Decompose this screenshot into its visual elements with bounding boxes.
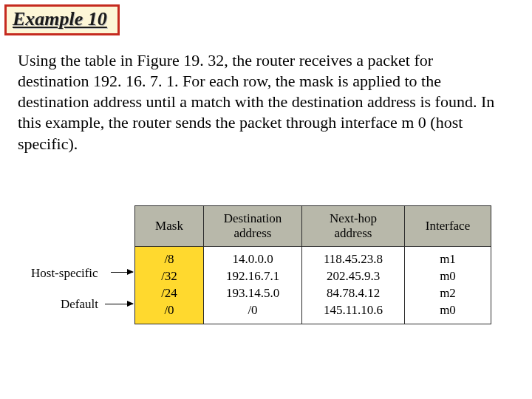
annotation-default: Default xyxy=(61,297,98,312)
header-interface: Interface xyxy=(405,206,491,247)
mask-value: /0 xyxy=(135,302,203,319)
mask-value: /8 xyxy=(135,251,203,268)
mask-value: /32 xyxy=(135,268,203,285)
dest-value: 192.16.7.1 xyxy=(204,268,301,285)
cell-interface: m1 m0 m2 m0 xyxy=(405,247,491,324)
dest-value: 193.14.5.0 xyxy=(204,285,301,302)
routing-table: Mask Destination address Next-hop addres… xyxy=(134,205,491,324)
header-mask: Mask xyxy=(135,206,204,247)
nhop-value: 202.45.9.3 xyxy=(302,268,404,285)
dest-value: 14.0.0.0 xyxy=(204,251,301,268)
iface-value: m0 xyxy=(405,302,491,319)
slide: Example 10 Using the table in Figure 19.… xyxy=(0,0,532,399)
body-paragraph: Using the table in Figure 19. 32, the ro… xyxy=(18,50,504,154)
cell-next-hop: 118.45.23.8 202.45.9.3 84.78.4.12 145.11… xyxy=(302,247,405,324)
header-dest: Destination address xyxy=(204,206,302,247)
iface-value: m1 xyxy=(405,251,491,268)
table-data-row: /8 /32 /24 /0 14.0.0.0 192.16.7.1 193.14… xyxy=(135,247,491,324)
arrow-default xyxy=(105,304,133,304)
iface-value: m2 xyxy=(405,285,491,302)
mask-value: /24 xyxy=(135,285,203,302)
dest-value: /0 xyxy=(204,302,301,319)
header-next-hop: Next-hop address xyxy=(302,206,405,247)
arrow-host-specific xyxy=(111,272,133,273)
example-title-box: Example 10 xyxy=(4,4,120,35)
cell-mask: /8 /32 /24 /0 xyxy=(135,247,204,324)
nhop-value: 145.11.10.6 xyxy=(302,302,404,319)
cell-dest: 14.0.0.0 192.16.7.1 193.14.5.0 /0 xyxy=(204,247,302,324)
annotation-host-specific: Host-specific xyxy=(31,266,98,281)
nhop-value: 84.78.4.12 xyxy=(302,285,404,302)
iface-value: m0 xyxy=(405,268,491,285)
table-header-row: Mask Destination address Next-hop addres… xyxy=(135,206,491,247)
example-title: Example 10 xyxy=(13,8,107,30)
routing-table-wrap: Mask Destination address Next-hop addres… xyxy=(134,205,491,324)
nhop-value: 118.45.23.8 xyxy=(302,251,404,268)
